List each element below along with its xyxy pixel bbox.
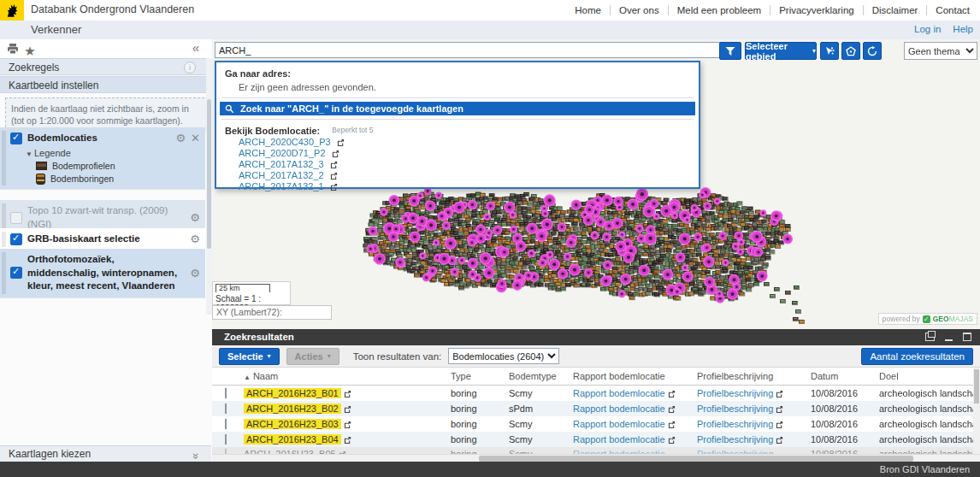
bodemlocatie-link[interactable]: ARCH_2017A132_3 bbox=[239, 159, 338, 169]
acties-button[interactable]: Acties▾ bbox=[286, 348, 339, 365]
profiel-link[interactable]: Profielbeschrijving bbox=[697, 434, 773, 445]
bodemlocatie-link[interactable]: ARCH_2020D71_P2 bbox=[239, 148, 339, 158]
external-link-icon[interactable] bbox=[344, 436, 351, 444]
selectie-button[interactable]: Selectie▾ bbox=[219, 348, 280, 365]
top-nav: Home Over ons Meld een probleem Privacyv… bbox=[566, 0, 978, 21]
external-link-icon bbox=[330, 172, 338, 180]
chevron-down-icon: ▾ bbox=[812, 47, 816, 55]
dataset-select[interactable]: Bodemlocaties (2604) bbox=[448, 348, 559, 364]
legend-toggle[interactable]: ▼Legende bbox=[26, 148, 200, 158]
external-link-icon[interactable] bbox=[344, 390, 351, 398]
section-zoekregels[interactable]: Zoekregels i bbox=[0, 58, 211, 75]
favorite-star-icon[interactable]: ★ bbox=[24, 44, 35, 58]
results-toolbar: Selectie▾ Acties▾ Toon resultaten van: B… bbox=[212, 345, 980, 368]
profiel-link[interactable]: Profielbeschrijving bbox=[697, 388, 773, 398]
row-name-highlighted: ARCH_2016H23_B01 bbox=[244, 388, 341, 398]
rapport-link[interactable]: Rapport bodemlocatie bbox=[573, 419, 665, 429]
rapport-link[interactable]: Rapport bodemlocatie bbox=[573, 434, 665, 445]
section-kaartbeeld-instellen[interactable]: Kaartbeeld instellen bbox=[0, 76, 211, 93]
search-in-layers-option[interactable]: Zoek naar "ARCH_" in de toegevoegde kaar… bbox=[220, 102, 695, 115]
col-naam[interactable]: ▲Naam bbox=[239, 371, 446, 381]
external-link-icon[interactable] bbox=[344, 421, 351, 428]
nav-contact[interactable]: Contact bbox=[926, 5, 978, 15]
col-datum[interactable]: Datum bbox=[806, 371, 875, 381]
collapse-sidebar-icon[interactable]: « bbox=[192, 40, 199, 55]
nav-disclaimer[interactable]: Disclaimer bbox=[863, 5, 927, 15]
profiel-link[interactable]: Profielbeschrijving bbox=[697, 403, 773, 414]
col-profiel[interactable]: Profielbeschrijving bbox=[693, 371, 806, 381]
help-link[interactable]: Help bbox=[953, 24, 973, 34]
layer-checkbox[interactable] bbox=[10, 132, 22, 144]
profiel-link[interactable]: Profielbeschrijving bbox=[697, 419, 773, 429]
rapport-link[interactable]: Rapport bodemlocatie bbox=[573, 403, 665, 414]
pointer-select-icon bbox=[824, 46, 835, 56]
external-link-icon bbox=[337, 138, 345, 146]
print-icon[interactable] bbox=[7, 43, 19, 55]
col-doel[interactable]: Doel bbox=[875, 371, 973, 381]
map-area[interactable]: Selecteer gebied ▾ Geen thema Ga naar ad… bbox=[212, 39, 980, 329]
chevron-down-icon: ▾ bbox=[268, 352, 271, 360]
row-checkbox[interactable] bbox=[225, 419, 227, 429]
expand-chevron-icon: » bbox=[188, 453, 204, 459]
select-by-circle-button[interactable] bbox=[863, 42, 882, 60]
external-link-icon bbox=[668, 390, 676, 398]
info-badge-icon: i bbox=[184, 62, 196, 74]
external-link-icon[interactable] bbox=[344, 405, 351, 413]
external-link-icon bbox=[776, 436, 783, 444]
flemish-lion-icon bbox=[4, 3, 20, 18]
nav-home[interactable]: Home bbox=[566, 5, 610, 15]
layer-checkbox[interactable] bbox=[10, 233, 22, 245]
row-checkbox[interactable] bbox=[225, 388, 227, 398]
col-rapport[interactable]: Rapport bodemlocatie bbox=[569, 371, 693, 381]
layer-checkbox[interactable] bbox=[10, 212, 22, 224]
app-header: Verkenner Log in Help bbox=[0, 21, 980, 40]
section-kaartlagen-kiezen[interactable]: Kaartlagen kiezen » bbox=[0, 445, 211, 462]
external-link-icon bbox=[668, 421, 676, 428]
row-name-highlighted: ARCH_2016H23_B02 bbox=[244, 403, 341, 414]
bodemlocatie-link[interactable]: ARCH_2017A132_2 bbox=[239, 170, 338, 180]
layer-settings-gear-icon[interactable]: ⚙ bbox=[190, 267, 200, 280]
chevron-down-icon: ▾ bbox=[328, 352, 331, 360]
layer-settings-gear-icon[interactable]: ⚙ bbox=[175, 132, 186, 144]
bodemlocatie-link[interactable]: ARCH_2020C430_P3 bbox=[239, 137, 345, 147]
login-link[interactable]: Log in bbox=[914, 24, 941, 34]
filter-button[interactable] bbox=[719, 42, 741, 60]
theme-select[interactable]: Geen thema bbox=[904, 42, 977, 60]
col-type[interactable]: Type bbox=[446, 371, 505, 381]
sort-asc-icon: ▲ bbox=[244, 374, 251, 381]
layer-checkbox[interactable] bbox=[10, 267, 22, 279]
maximize-icon[interactable] bbox=[963, 333, 971, 341]
external-link-icon bbox=[776, 421, 783, 428]
popout-icon[interactable] bbox=[925, 333, 935, 341]
table-row[interactable]: ARCH_2016H23_B02 boring sPdm Rapport bod… bbox=[212, 401, 973, 416]
chevron-down-icon: ▼ bbox=[26, 150, 32, 158]
row-checkbox[interactable] bbox=[225, 434, 227, 445]
rapport-link[interactable]: Rapport bodemlocatie bbox=[573, 388, 665, 398]
table-row[interactable]: ARCH_2016H23_B04 boring Scmy Rapport bod… bbox=[212, 432, 973, 447]
select-by-point-button[interactable] bbox=[820, 42, 839, 60]
layer-settings-gear-icon[interactable]: ⚙ bbox=[190, 233, 200, 245]
nav-meld-probleem[interactable]: Meld een probleem bbox=[668, 5, 770, 15]
results-titlebar[interactable]: Zoekresultaten bbox=[212, 329, 980, 345]
result-count-button[interactable]: Aantal zoekresultaten bbox=[861, 348, 973, 365]
table-vertical-scrollbar[interactable] bbox=[973, 368, 980, 454]
layer-grb-basiskaart: GRB-basiskaart selectie ⚙ bbox=[0, 228, 205, 251]
select-by-polygon-button[interactable] bbox=[841, 42, 860, 60]
select-area-button[interactable]: Selecteer gebied ▾ bbox=[745, 42, 817, 60]
nav-over-ons[interactable]: Over ons bbox=[610, 5, 668, 15]
layer-settings-gear-icon[interactable]: ⚙ bbox=[190, 211, 200, 224]
col-bodemtype[interactable]: Bodemtype bbox=[505, 371, 569, 381]
nav-privacy[interactable]: Privacyverklaring bbox=[770, 5, 863, 15]
dov-verkenner-app: Databank Ondergrond Vlaanderen Home Over… bbox=[0, 0, 980, 477]
table-row[interactable]: ARCH_2016H23_B01 boring Scmy Rapport bod… bbox=[212, 386, 973, 401]
bodemlocatie-link[interactable]: ARCH_2017A132_1 bbox=[239, 181, 338, 191]
search-input[interactable] bbox=[215, 42, 723, 58]
polygon-icon bbox=[846, 46, 856, 56]
sidebar-scrollbar[interactable] bbox=[206, 58, 212, 315]
minimize-icon[interactable] bbox=[945, 333, 953, 341]
bodemprofiel-icon bbox=[36, 162, 47, 170]
row-checkbox[interactable] bbox=[225, 403, 227, 414]
layer-remove-icon[interactable]: ✕ bbox=[191, 132, 200, 144]
table-row[interactable]: ARCH_2016H23_B03 boring Scmy Rapport bod… bbox=[212, 416, 973, 432]
results-table: ▲Naam Type Bodemtype Rapport bodemlocati… bbox=[212, 368, 973, 456]
